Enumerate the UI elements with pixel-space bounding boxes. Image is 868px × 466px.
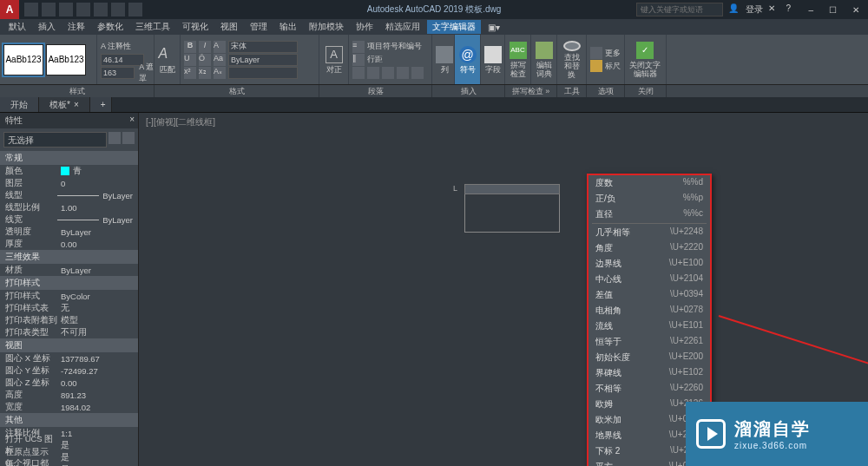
- drawing-canvas[interactable]: [-][俯视][二维线框] 度数%%d正/负%%p直径%%c几乎相等\U+224…: [139, 113, 868, 466]
- exchange-icon[interactable]: ✕: [768, 3, 780, 16]
- symbol-item[interactable]: 流线\U+E101: [589, 318, 710, 334]
- qat-new-icon[interactable]: [24, 3, 38, 16]
- field-button[interactable]: 字段: [484, 41, 502, 79]
- help-search-input[interactable]: [636, 3, 723, 16]
- signin-label[interactable]: 登录: [746, 3, 763, 16]
- symbol-item[interactable]: 中心线\U+2104: [589, 272, 710, 287]
- align-dist-icon[interactable]: [411, 67, 424, 79]
- align-left-icon[interactable]: [352, 67, 365, 79]
- symbol-item[interactable]: 直径%%c: [589, 207, 710, 222]
- sect-view[interactable]: 视图: [0, 338, 138, 352]
- spellcheck-button[interactable]: ABC拼写检查: [509, 41, 527, 79]
- case-icon[interactable]: Aa: [214, 54, 226, 66]
- menu-insert[interactable]: 插入: [33, 20, 61, 34]
- overline-icon[interactable]: Ō: [199, 54, 211, 66]
- maximize-button[interactable]: ☐: [824, 5, 842, 15]
- symbol-item[interactable]: 边界线\U+E100: [589, 256, 710, 272]
- qat-redo-icon[interactable]: [128, 3, 142, 16]
- text-style-current[interactable]: AaBb123: [3, 44, 43, 75]
- menu-default[interactable]: 默认: [3, 20, 31, 34]
- dict-button[interactable]: 编辑词典: [535, 41, 553, 79]
- strike-icon[interactable]: A: [214, 41, 226, 53]
- font-combo[interactable]: 宋体: [228, 41, 298, 53]
- qat-plot-icon[interactable]: [94, 3, 108, 16]
- menu-addins[interactable]: 附加模块: [304, 20, 349, 34]
- more-label[interactable]: 更多: [605, 48, 621, 59]
- sect-3dfx[interactable]: 三维效果: [0, 250, 138, 264]
- bullets-icon[interactable]: ≡: [352, 41, 365, 53]
- symbol-item[interactable]: 初始长度\U+E200: [589, 350, 710, 365]
- text-height-1[interactable]: 46.14: [101, 54, 144, 66]
- justify-button[interactable]: A对正: [323, 41, 345, 79]
- tab-close-icon[interactable]: ×: [74, 100, 79, 109]
- symbol-item[interactable]: 界碑线\U+E102: [589, 365, 710, 381]
- symbol-item[interactable]: 差值\U+0394: [589, 287, 710, 303]
- selection-combo[interactable]: 无选择: [3, 132, 107, 148]
- symbol-item[interactable]: 电相角\U+0278: [589, 303, 710, 318]
- text-style-alt[interactable]: AaBb123: [46, 44, 86, 75]
- bylayer-combo[interactable]: ByLayer: [228, 54, 298, 66]
- signin-icon[interactable]: 👤: [728, 3, 740, 16]
- super-icon[interactable]: x²: [184, 67, 196, 79]
- sect-misc[interactable]: 其他: [0, 413, 138, 427]
- underline-icon[interactable]: U: [184, 54, 196, 66]
- tab-current-doc[interactable]: 模板*×: [39, 97, 90, 112]
- annotative-toggle[interactable]: A 注释性: [101, 41, 156, 53]
- viewport-label[interactable]: [-][俯视][二维线框]: [146, 116, 215, 128]
- symbol-item[interactable]: 正/负%%p: [589, 191, 710, 207]
- oblique-combo[interactable]: [228, 67, 298, 79]
- close-editor-button[interactable]: ✓关闭文字编辑器: [628, 41, 661, 79]
- qat-undo-icon[interactable]: [111, 3, 125, 16]
- menu-overflow-icon[interactable]: ▣▾: [483, 22, 505, 33]
- symbol-item[interactable]: 度数%%d: [589, 175, 710, 191]
- quick-select-icon[interactable]: [108, 132, 121, 144]
- align-just-icon[interactable]: [397, 67, 409, 79]
- symbol-item[interactable]: 不相等\U+2260: [589, 381, 710, 397]
- pick-icon[interactable]: [122, 132, 135, 144]
- mtext-textarea[interactable]: [464, 194, 560, 233]
- align-center-icon[interactable]: [367, 67, 379, 79]
- match-button[interactable]: A匹配: [158, 41, 176, 79]
- sect-plot[interactable]: 打印样式: [0, 276, 138, 290]
- close-button[interactable]: ✕: [847, 5, 865, 15]
- linespace-label[interactable]: 行距: [367, 54, 383, 65]
- sub-icon[interactable]: x₂: [199, 67, 211, 79]
- find-button[interactable]: 查找和替换: [561, 41, 582, 79]
- symbol-item[interactable]: 恒等于\U+2261: [589, 334, 710, 350]
- app-logo[interactable]: A: [0, 0, 19, 19]
- menu-annotate[interactable]: 注释: [62, 20, 90, 34]
- clear-icon[interactable]: Aₓ: [214, 67, 226, 79]
- menu-featured[interactable]: 精选应用: [380, 20, 425, 34]
- mtext-editor[interactable]: [464, 184, 560, 233]
- menu-output[interactable]: 输出: [274, 20, 302, 34]
- more-icon[interactable]: [590, 47, 602, 59]
- qat-open-icon[interactable]: [42, 3, 56, 16]
- linespace-icon[interactable]: ‖: [352, 54, 365, 66]
- text-height-2[interactable]: 163: [101, 67, 135, 79]
- menu-parametric[interactable]: 参数化: [92, 20, 128, 34]
- ruler-icon[interactable]: [590, 60, 602, 72]
- bullets-label[interactable]: 项目符号和编号: [367, 41, 422, 52]
- qat-saveas-icon[interactable]: [76, 3, 90, 16]
- italic-icon[interactable]: I: [199, 41, 211, 53]
- menu-texteditor[interactable]: 文字编辑器: [427, 20, 481, 34]
- menu-visualize[interactable]: 可视化: [177, 20, 214, 34]
- minimize-button[interactable]: –: [803, 5, 819, 15]
- tab-start[interactable]: 开始: [0, 97, 39, 112]
- symbol-button[interactable]: @符号: [458, 41, 477, 79]
- ruler-label[interactable]: 标尺: [605, 61, 621, 72]
- help-icon[interactable]: ?: [786, 3, 798, 16]
- mtext-ruler[interactable]: [464, 184, 560, 194]
- tab-new-icon[interactable]: +: [90, 97, 112, 112]
- menu-manage[interactable]: 管理: [245, 20, 273, 34]
- menu-3dtools[interactable]: 三维工具: [130, 20, 175, 34]
- qat-save-icon[interactable]: [59, 3, 73, 16]
- properties-close-icon[interactable]: ×: [129, 115, 135, 124]
- menu-collab[interactable]: 协作: [351, 20, 378, 34]
- symbol-item[interactable]: 角度\U+2220: [589, 240, 710, 256]
- symbol-item[interactable]: 几乎相等\U+2248: [589, 225, 710, 240]
- columns-button[interactable]: 列: [436, 41, 453, 79]
- menu-view[interactable]: 视图: [215, 20, 243, 34]
- sect-general[interactable]: 常规: [0, 151, 138, 165]
- bold-icon[interactable]: B: [184, 41, 196, 53]
